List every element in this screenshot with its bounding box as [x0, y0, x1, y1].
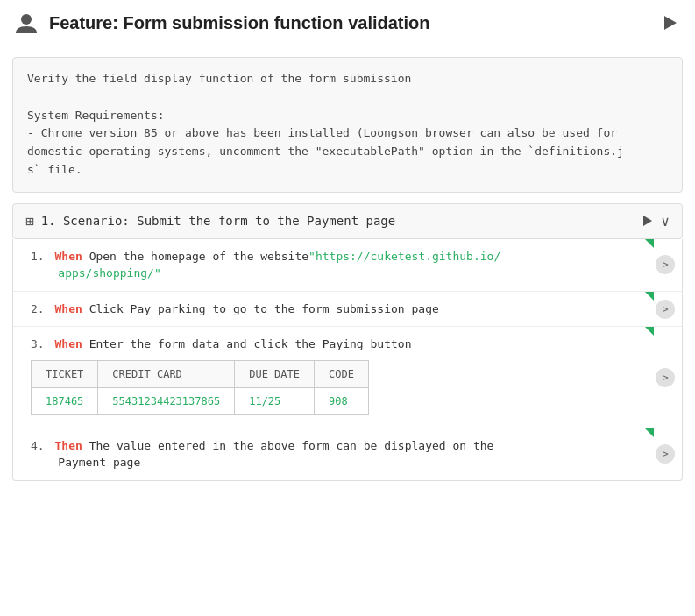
table-header-credit-card: CREDIT CARD: [98, 360, 235, 387]
description-line-1: Verify the field display function of the…: [27, 70, 668, 89]
table-row: 187465 55431234423137865 11/25 908: [32, 387, 369, 414]
step-3-number: 3.: [31, 337, 45, 350]
step-4-arrow-button[interactable]: >: [656, 444, 675, 464]
step-4-keyword: Then: [54, 439, 82, 452]
user-icon: [14, 11, 39, 35]
step-1-keyword: When: [54, 250, 82, 263]
scenario-header: ⊞ 1. Scenario: Submit the form to the Pa…: [12, 203, 683, 239]
step-2-text: Click Pay parking to go to the form subm…: [89, 302, 439, 315]
table-cell-credit-card: 55431234423137865: [98, 387, 235, 414]
step-3-text: Enter the form data and click the Paying…: [89, 337, 412, 350]
header-play-button[interactable]: [660, 12, 681, 33]
step-1-number: 1.: [31, 250, 45, 263]
step-1-corner: [645, 239, 654, 248]
table-header-due-date: DUE DATE: [235, 360, 315, 387]
scenario-collapse-button[interactable]: ∨: [661, 213, 670, 230]
step-4-corner: [645, 428, 654, 437]
scenario-title: 1. Scenario: Submit the form to the Paym…: [41, 214, 644, 228]
table-header-code: CODE: [314, 360, 368, 387]
step-3-arrow-button[interactable]: >: [656, 368, 675, 387]
form-data-table: TICKET CREDIT CARD DUE DATE CODE 187465 …: [31, 360, 369, 415]
step-4-number: 4.: [31, 439, 45, 452]
description-line-2: System Requirements:: [27, 107, 668, 125]
play-icon: [664, 16, 677, 30]
step-3-corner: [645, 327, 654, 336]
page-title: Feature: Form submission function valida…: [49, 13, 660, 33]
step-2-corner: [645, 292, 654, 301]
scenario-play-button[interactable]: [643, 216, 652, 226]
steps-container: 1. When Open the homepage of the website…: [12, 239, 683, 481]
step-3-keyword: When: [54, 337, 82, 350]
feature-description: Verify the field display function of the…: [12, 57, 683, 193]
step-2-keyword: When: [54, 302, 82, 315]
step-3: 3. When Enter the form data and click th…: [13, 327, 682, 428]
svg-point-0: [21, 14, 32, 25]
description-line-5: s` file.: [27, 161, 668, 180]
step-2: 2. When Click Pay parking to go to the f…: [13, 292, 682, 328]
table-cell-due-date: 11/25: [235, 387, 315, 414]
step-4-text: The value entered in the above form can …: [31, 439, 493, 470]
table-header-ticket: TICKET: [32, 360, 98, 387]
table-cell-code: 908: [314, 387, 368, 414]
description-line-3: - Chrome version 85 or above has been in…: [27, 124, 668, 143]
scenario-grid-icon: ⊞: [25, 213, 34, 230]
page-header: Feature: Form submission function valida…: [0, 0, 695, 46]
step-2-number: 2.: [31, 302, 45, 315]
scenario-controls: ∨: [643, 213, 670, 230]
step-1: 1. When Open the homepage of the website…: [13, 239, 682, 292]
table-cell-ticket: 187465: [32, 387, 98, 414]
description-line-4: domestic operating systems, uncomment th…: [27, 143, 668, 161]
step-1-text: Open the homepage of the website: [89, 250, 308, 263]
step-1-arrow-button[interactable]: >: [656, 255, 675, 274]
step-4: 4. Then The value entered in the above f…: [13, 428, 682, 480]
step-2-arrow-button[interactable]: >: [656, 300, 675, 319]
